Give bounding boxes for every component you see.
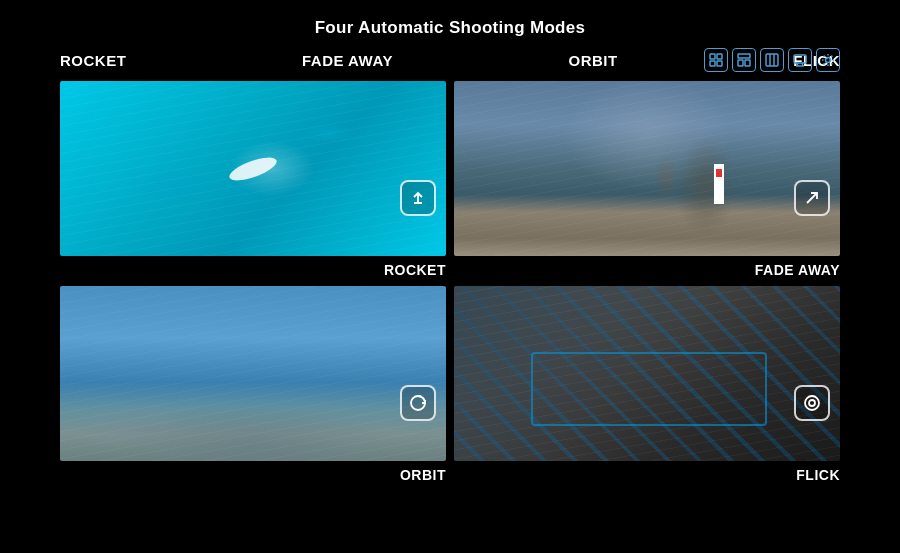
orbit-photo [60, 286, 446, 461]
svg-line-17 [807, 193, 817, 203]
page-title: Four Automatic Shooting Modes [0, 0, 900, 38]
svg-rect-3 [717, 61, 722, 66]
label-fadeaway: FADE AWAY [302, 52, 393, 69]
svg-rect-6 [745, 60, 750, 66]
fadeaway-label: FADE AWAY [454, 256, 840, 278]
flick-photo [454, 286, 840, 461]
svg-rect-7 [766, 54, 778, 66]
orbit-icon-badge [400, 385, 436, 421]
lighthouse-shape [714, 164, 724, 204]
orbit-image [60, 286, 446, 461]
settings-icon[interactable] [816, 48, 840, 72]
flick-icon-badge [794, 385, 830, 421]
rocket-label: ROCKET [60, 256, 446, 278]
label-orbit: ORBIT [569, 52, 618, 69]
display-view-icon[interactable] [788, 48, 812, 72]
svg-rect-5 [738, 60, 743, 66]
multi-view-icon[interactable] [732, 48, 756, 72]
svg-rect-0 [710, 54, 715, 59]
svg-rect-10 [794, 55, 806, 63]
rocket-photo [60, 81, 446, 256]
card-flick: FLICK [454, 286, 840, 483]
label-rocket: ROCKET [60, 52, 126, 69]
svg-rect-4 [738, 54, 750, 58]
flick-image [454, 286, 840, 461]
rocket-image [60, 81, 446, 256]
card-orbit: ORBIT [60, 286, 446, 483]
svg-point-20 [809, 400, 815, 406]
svg-point-19 [805, 396, 819, 410]
flick-label: FLICK [454, 461, 840, 483]
labels-row: ROCKET FADE AWAY ORBIT FLICK [0, 38, 900, 69]
svg-rect-1 [717, 54, 722, 59]
svg-rect-2 [710, 61, 715, 66]
rocket-icon-badge [400, 180, 436, 216]
card-fadeaway: FADE AWAY [454, 81, 840, 278]
toolbar [704, 48, 840, 72]
orbit-label: ORBIT [60, 461, 446, 483]
fadeaway-image [454, 81, 840, 256]
fadeaway-icon-badge [794, 180, 830, 216]
fadeaway-photo [454, 81, 840, 256]
svg-point-14 [826, 58, 831, 63]
shooting-modes-grid: ROCKET FADE AWAY [0, 71, 900, 493]
card-rocket: ROCKET [60, 81, 446, 278]
frame-view-icon[interactable] [760, 48, 784, 72]
grid-view-icon[interactable] [704, 48, 728, 72]
